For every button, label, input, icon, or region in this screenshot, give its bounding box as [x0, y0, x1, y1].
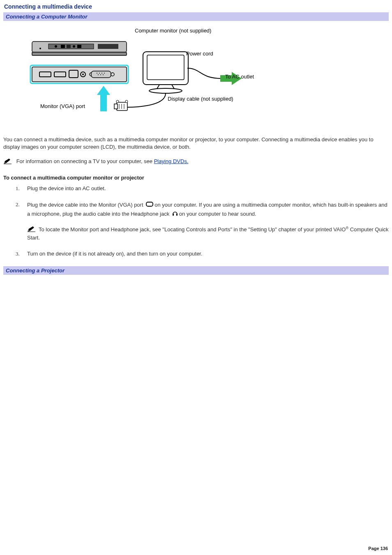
svg-rect-9: [98, 44, 118, 49]
svg-point-8: [39, 48, 41, 49]
svg-point-21: [104, 73, 105, 74]
label-vga-port: Monitor (VGA) port: [40, 103, 85, 109]
svg-point-28: [149, 88, 182, 93]
note-tv-info: For information on connecting a TV to yo…: [3, 158, 389, 166]
step-2-text-c: on your computer to hear sound.: [179, 211, 256, 217]
connection-diagram: Computer monitor (not supplied) Power co…: [24, 29, 279, 124]
svg-point-6: [73, 45, 75, 48]
step-1: Plug the device into an AC outlet.: [16, 185, 389, 193]
svg-rect-27: [147, 55, 184, 80]
svg-rect-41: [146, 202, 153, 206]
svg-point-22: [98, 74, 99, 75]
label-monitor: Computer monitor (not supplied): [135, 28, 211, 34]
step-2: Plug the device cable into the Monitor (…: [16, 201, 389, 242]
step-2-text-a: Plug the device cable into the Monitor (…: [27, 202, 145, 208]
svg-rect-4: [61, 45, 65, 48]
pencil-note-icon: [3, 158, 12, 166]
step-1-text: Plug the device into an AC outlet.: [27, 185, 106, 191]
svg-point-3: [55, 45, 57, 48]
svg-point-18: [97, 73, 97, 74]
svg-rect-11: [32, 67, 127, 82]
svg-rect-5: [67, 45, 71, 48]
svg-rect-31: [100, 95, 107, 111]
vga-port-icon: [145, 201, 154, 210]
pencil-note-icon: [27, 226, 36, 235]
svg-rect-42: [173, 214, 174, 216]
svg-rect-34: [114, 104, 118, 109]
label-power-cord: Power cord: [186, 51, 213, 57]
step-2-note-a: To locate the Monitor port and Headphone…: [39, 226, 346, 233]
label-display-cable: Display cable (not supplied): [168, 96, 233, 102]
headphone-icon: [172, 210, 178, 219]
section-heading-monitor: Connecting a Computer Monitor: [3, 12, 389, 21]
svg-rect-1: [32, 52, 127, 55]
label-ac-outlet: To AC outlet: [225, 74, 254, 80]
step-2-note: To locate the Monitor port and Headphone…: [27, 226, 389, 242]
svg-point-39: [125, 100, 128, 103]
intro-paragraph: You can connect a multimedia device, suc…: [3, 136, 389, 150]
section-heading-projector: Connecting a Projector: [3, 266, 389, 275]
svg-point-23: [100, 74, 101, 75]
svg-rect-43: [176, 214, 178, 216]
svg-point-19: [99, 73, 100, 74]
svg-rect-7: [77, 45, 81, 48]
svg-point-24: [103, 74, 104, 75]
svg-point-38: [116, 100, 119, 103]
steps-list: Plug the device into an AC outlet. Plug …: [16, 185, 389, 258]
svg-point-20: [101, 73, 102, 74]
link-playing-dvds[interactable]: Playing DVDs.: [154, 158, 189, 164]
step-3-text: Turn on the device (if it is not already…: [27, 251, 203, 257]
svg-marker-32: [97, 86, 110, 95]
note-text: For information on connecting a TV to yo…: [16, 158, 154, 164]
page-title: Connecting a multimedia device: [4, 3, 389, 10]
steps-heading: To connect a multimedia computer monitor…: [3, 175, 389, 181]
step-3: Turn on the device (if it is not already…: [16, 250, 389, 258]
svg-rect-33: [117, 102, 127, 111]
svg-point-16: [82, 74, 84, 75]
